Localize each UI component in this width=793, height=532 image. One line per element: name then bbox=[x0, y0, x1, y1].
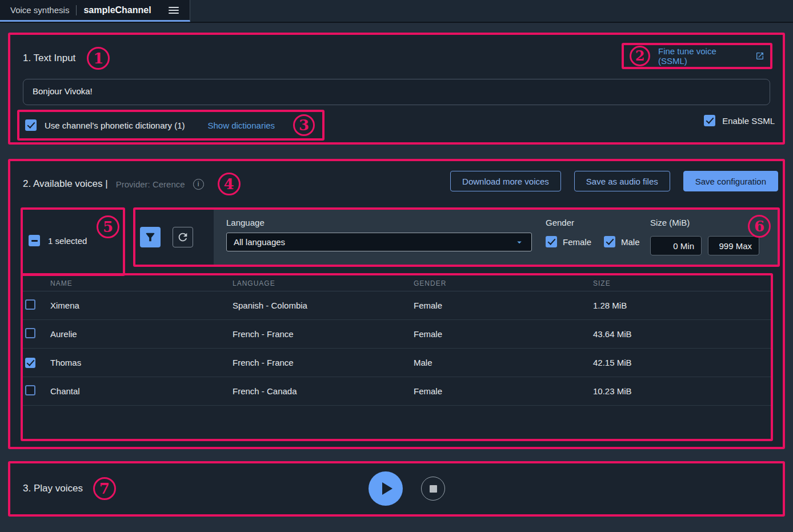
voice-size: 1.28 MiB bbox=[593, 301, 771, 310]
refresh-icon bbox=[177, 231, 189, 243]
fine-tune-annotation-box: 2 Fine tune voice (SSML) bbox=[622, 43, 772, 69]
title-divider bbox=[76, 5, 77, 15]
play-button[interactable] bbox=[369, 471, 403, 506]
selected-count-label: 1 selected bbox=[48, 236, 87, 246]
topbar: Voice synthesis sampleChannel bbox=[0, 0, 793, 23]
filter-button[interactable] bbox=[140, 227, 161, 247]
section-available-voices: 2. Available voices | Provider: Cerence … bbox=[8, 159, 785, 449]
language-label: Language bbox=[226, 218, 532, 227]
fine-tune-link[interactable]: Fine tune voice (SSML) bbox=[658, 46, 747, 66]
voice-size: 10.23 MiB bbox=[593, 386, 771, 396]
voice-name: Chantal bbox=[50, 386, 233, 396]
annotation-1: 1 bbox=[87, 47, 110, 70]
voice-size: 42.15 MiB bbox=[593, 358, 771, 367]
col-header-size: SIZE bbox=[593, 279, 771, 287]
row-checkbox[interactable] bbox=[25, 299, 35, 310]
phonetic-dictionary-checkbox[interactable] bbox=[25, 119, 37, 131]
table-row[interactable]: AurelieFrench - FranceFemale43.64 MiB bbox=[23, 320, 771, 349]
voices-table-annotation-box: NAME LANGUAGE GENDER SIZE XimenaSpanish … bbox=[21, 273, 773, 441]
size-max-input[interactable]: 999 Max bbox=[708, 236, 759, 255]
row-checkbox[interactable] bbox=[25, 328, 35, 338]
annotation-7: 7 bbox=[93, 477, 116, 500]
text-input[interactable]: Bonjour Vivoka! bbox=[23, 79, 770, 105]
chevron-down-icon bbox=[514, 237, 524, 247]
voice-language: French - France bbox=[233, 358, 414, 367]
voice-gender: Male bbox=[414, 358, 593, 367]
filter-icon bbox=[144, 231, 157, 243]
save-configuration-button[interactable]: Save configuration bbox=[683, 171, 778, 191]
enable-ssml-checkbox[interactable] bbox=[704, 115, 715, 126]
voice-gender: Female bbox=[414, 329, 593, 339]
size-min-input[interactable]: 0 Min bbox=[650, 236, 702, 255]
download-more-voices-button[interactable]: Download more voices bbox=[450, 171, 561, 191]
size-label: Size (MiB) bbox=[650, 218, 759, 227]
voice-gender: Female bbox=[414, 301, 593, 310]
tab-sample-channel[interactable]: Voice synthesis sampleChannel bbox=[0, 0, 190, 22]
section-text-input: 1. Text Input 1 2 Fine tune voice (SSML)… bbox=[8, 33, 785, 145]
section3-title: 3. Play voices bbox=[23, 483, 83, 494]
voice-table-body: XimenaSpanish - ColombiaFemale1.28 MiBAu… bbox=[23, 291, 771, 406]
section2-title: 2. Available voices | bbox=[23, 178, 108, 190]
gender-female-checkbox[interactable] bbox=[546, 236, 557, 247]
provider-label: Provider: Cerence bbox=[116, 179, 185, 189]
gender-male-label: Male bbox=[621, 237, 640, 247]
voice-name: Thomas bbox=[50, 358, 233, 367]
voice-language: French - France bbox=[233, 329, 414, 339]
language-select[interactable]: All languages bbox=[226, 233, 532, 251]
stop-button[interactable] bbox=[421, 477, 445, 501]
voice-size: 43.64 MiB bbox=[593, 329, 771, 339]
row-checkbox[interactable] bbox=[25, 385, 35, 395]
col-header-name: NAME bbox=[50, 279, 233, 287]
phonetic-dictionary-annotation-box: Use channel's phonetic dictionary (1) Sh… bbox=[17, 110, 325, 141]
app-title: Voice synthesis bbox=[10, 5, 69, 15]
voice-name: Ximena bbox=[50, 301, 233, 310]
select-all-checkbox[interactable] bbox=[29, 235, 40, 246]
menu-icon[interactable] bbox=[169, 7, 179, 14]
table-row[interactable]: ThomasFrench - FranceMale42.15 MiB bbox=[23, 349, 771, 377]
annotation-5: 5 bbox=[97, 215, 119, 238]
annotation-4: 4 bbox=[218, 173, 241, 195]
phonetic-dictionary-label: Use channel's phonetic dictionary (1) bbox=[45, 121, 185, 130]
voice-name: Aurelie bbox=[50, 329, 233, 339]
refresh-button[interactable] bbox=[173, 227, 193, 247]
annotation-3: 3 bbox=[293, 114, 315, 136]
table-row[interactable]: ChantalFrench - CanadaFemale10.23 MiB bbox=[23, 377, 771, 406]
col-header-language: LANGUAGE bbox=[233, 279, 414, 287]
save-as-audio-files-button[interactable]: Save as audio files bbox=[574, 171, 670, 191]
info-icon[interactable]: i bbox=[193, 179, 204, 190]
show-dictionaries-link[interactable]: Show dictionaries bbox=[208, 121, 275, 130]
annotation-2: 2 bbox=[630, 46, 650, 66]
gender-female-label: Female bbox=[563, 237, 591, 247]
row-checkbox[interactable] bbox=[25, 358, 35, 368]
filters-annotation-box: Language All languages Gender Female bbox=[133, 207, 780, 267]
voice-language: French - Canada bbox=[233, 386, 414, 396]
enable-ssml-label: Enable SSML bbox=[722, 116, 775, 126]
table-row[interactable]: XimenaSpanish - ColombiaFemale1.28 MiB bbox=[23, 291, 771, 320]
voice-language: Spanish - Colombia bbox=[233, 301, 414, 310]
gender-label: Gender bbox=[546, 218, 638, 227]
voice-gender: Female bbox=[414, 386, 593, 396]
selection-annotation-box: 1 selected 5 bbox=[21, 207, 125, 276]
annotation-6: 6 bbox=[748, 215, 771, 238]
language-select-value: All languages bbox=[234, 237, 514, 247]
stop-icon bbox=[430, 485, 437, 493]
play-icon bbox=[382, 482, 393, 495]
channel-name: sampleChannel bbox=[83, 5, 151, 15]
table-header-row: NAME LANGUAGE GENDER SIZE bbox=[23, 275, 771, 291]
section-play-voices: 3. Play voices 7 bbox=[8, 461, 785, 517]
col-header-gender: GENDER bbox=[414, 279, 593, 287]
external-link-icon bbox=[755, 51, 764, 61]
gender-male-checkbox[interactable] bbox=[604, 236, 615, 247]
section1-title: 1. Text Input bbox=[23, 53, 75, 64]
